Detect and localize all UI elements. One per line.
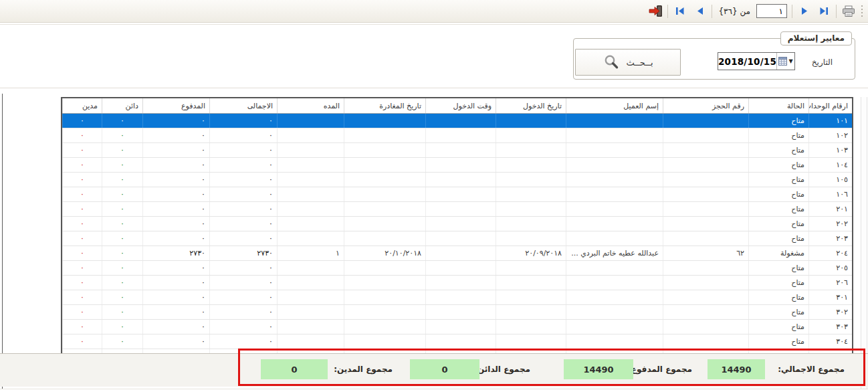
column-header-units[interactable]: ارقام الوحدات [808,98,852,113]
cell-status: متاح [748,202,808,216]
cell-customer [566,276,663,290]
cell-customer [566,128,663,142]
date-dropdown-button[interactable]: ▼ [776,53,794,70]
cell-debit: ٠ [62,128,102,142]
cell-duration [277,202,344,216]
cell-checkin_date [496,276,566,290]
cell-status: متاح [748,334,808,349]
cell-paid: ٠ [142,173,209,187]
cell-total: ٠ [209,276,277,290]
column-header-checkin_date[interactable]: تاريخ الدخول [496,98,566,113]
table-row[interactable]: ٢٠١متاح٠٠٠٠ [62,202,852,217]
cell-checkout_date [344,231,425,246]
prev-page-button[interactable] [692,4,707,19]
cell-checkin_time [425,114,496,128]
cell-units: ٣٠٤ [808,334,852,349]
cell-credit: ٠ [102,261,142,275]
cell-credit: ٠ [102,143,142,157]
cell-paid: ٠ [142,231,209,246]
divider [0,389,868,389]
cell-credit: ٠ [102,173,142,187]
table-row[interactable]: ٣٠١متاح٠٠٠٠ [62,290,852,305]
column-header-booking_no[interactable]: رقم الحجز [663,98,748,113]
cell-booking_no [663,114,748,128]
navigation-toolbar: من {٣٦} [0,0,868,23]
cell-status: متاح [748,320,808,334]
table-row[interactable]: ٢٠٥متاح٠٠٠٠ [62,261,852,276]
column-header-debit[interactable]: مدين [62,98,102,113]
table-row[interactable]: ٣٠٤متاح٠٠٠٠ [62,334,852,349]
totals-bar: مجموع الاجمالي: 14490 مجموع المدفوع: 144… [0,353,868,387]
chevron-down-icon: ▼ [788,58,792,64]
cell-checkout_date: ٢٠/١٠/٢٠١٨ [344,246,425,260]
table-row[interactable]: ٢٠٢متاح٠٠٠٠ [62,217,852,231]
cell-debit: ٠ [62,320,102,334]
table-row[interactable]: ٢٠٦متاح٠٠٠٠ [62,276,852,290]
cell-status: متاح [748,217,808,231]
cell-units: ٣٠١ [808,290,852,304]
cell-checkout_date [344,334,425,349]
column-header-total[interactable]: الاجمالى [209,98,277,113]
cell-checkin_time [425,246,496,260]
column-header-checkout_date[interactable]: تاريخ المغادرة [344,98,425,113]
table-row[interactable]: ١٠٥متاح٠٠٠٠ [62,173,852,187]
cell-checkin_date [496,114,566,128]
toolbar-grip-icon[interactable] [861,5,865,17]
grid-header: ارقام الوحداتالحالةرقم الحجزإسم العميلتا… [62,98,852,114]
column-header-paid[interactable]: المدفوع [142,98,209,113]
column-header-customer[interactable]: إسم العميل [566,98,663,113]
first-page-button[interactable] [673,4,687,19]
table-row[interactable]: ٢٠٣متاح٠٠٠٠ [62,231,852,246]
cell-debit: ٠ [62,114,102,128]
cell-customer [566,158,663,172]
table-row[interactable]: ١٠١متاح٠٠٠٠ [62,114,852,128]
cell-paid: ٠ [142,261,209,275]
vertical-scrollbar[interactable] [861,97,867,389]
column-header-checkin_time[interactable]: وقت الدخول [425,98,496,113]
cell-checkin_date [496,158,566,172]
last-page-button[interactable] [817,4,831,19]
column-header-credit[interactable]: دائن [102,98,142,113]
print-button[interactable] [841,4,856,19]
table-row[interactable]: ١٠٦متاح٠٠٠٠ [62,187,852,202]
table-row[interactable]: ١٠٤متاح٠٠٠٠ [62,158,852,173]
column-header-status[interactable]: الحالة [748,98,808,113]
cell-booking_no: ٦٢ [663,246,748,260]
cell-booking_no [663,217,748,231]
cell-status: متاح [748,173,808,187]
cell-debit: ٠ [62,202,102,216]
date-field-label: التاريخ [812,58,833,67]
date-picker[interactable]: 2018/10/15 ▼ [718,52,795,70]
search-button[interactable]: بــحــث [575,49,681,76]
cell-total: ٠ [209,187,277,201]
cell-duration: ١ [277,246,344,260]
page-number-input[interactable] [756,4,787,18]
cell-paid: ٠ [142,158,209,172]
cell-booking_no [663,187,748,201]
table-row[interactable]: ١٠٣متاح٠٠٠٠ [62,143,852,158]
table-row[interactable]: ٣٠٢متاح٠٠٠٠ [62,305,852,320]
cell-status: متاح [748,305,808,319]
cell-credit: ٠ [102,290,142,304]
exit-button[interactable] [648,4,663,19]
cell-booking_no [663,261,748,275]
cell-units: ٢٠٥ [808,261,852,275]
column-header-duration[interactable]: المده [277,98,344,113]
table-row[interactable]: ٣٠٣متاح٠٠٠٠ [62,320,852,334]
cell-units: ٢٠١ [808,202,852,216]
cell-credit: ٠ [102,202,142,216]
table-row[interactable]: ١٠٢متاح٠٠٠٠ [62,128,852,143]
cell-credit: ٠ [102,276,142,290]
cell-booking_no [663,143,748,157]
cell-customer [566,261,663,275]
units-grid: ارقام الوحداتالحالةرقم الحجزإسم العميلتا… [61,97,853,355]
next-page-button[interactable] [797,4,812,19]
cell-units: ١٠٤ [808,158,852,172]
table-row[interactable]: ٢٠٤مشغولة٦٢عبدالله عطيه خاتم البردي ...٢… [62,246,852,261]
cell-duration [277,261,344,275]
cell-customer [566,231,663,246]
date-value[interactable]: 2018/10/15 [718,53,776,70]
cell-checkin_time [425,261,496,275]
prev-page-icon [696,7,703,15]
cell-checkin_time [425,143,496,157]
